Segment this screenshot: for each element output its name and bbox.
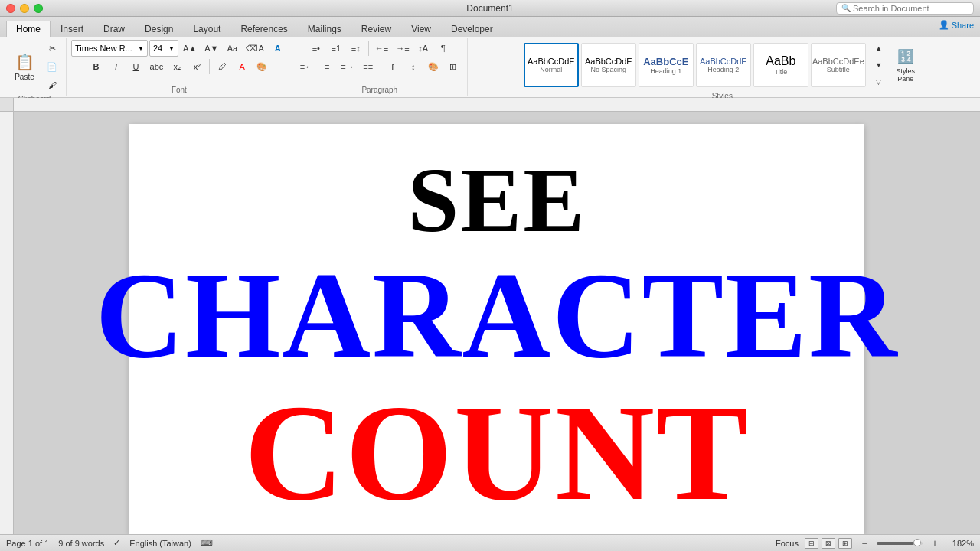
language: English (Taiwan) bbox=[129, 539, 191, 548]
borders-button[interactable]: ⊞ bbox=[444, 58, 462, 75]
view-web-button[interactable]: ⊞ bbox=[838, 538, 852, 549]
tab-draw[interactable]: Draw bbox=[93, 20, 135, 37]
view-normal-button[interactable]: ⊟ bbox=[805, 538, 818, 549]
dropdown-icon: ▼ bbox=[168, 45, 175, 52]
word-count: 9 of 9 words bbox=[58, 539, 104, 548]
superscript-button[interactable]: x² bbox=[188, 58, 206, 75]
zoom-slider-fill bbox=[877, 542, 914, 545]
vertical-ruler bbox=[0, 112, 14, 534]
separator bbox=[209, 59, 210, 74]
subscript-button[interactable]: x₂ bbox=[168, 58, 186, 75]
format-painter-button[interactable]: 🖌 bbox=[43, 77, 61, 93]
align-center-button[interactable]: ≡ bbox=[318, 58, 336, 75]
styles-pane-icon: 🔢 bbox=[897, 48, 914, 65]
status-bar-right: Focus ⊟ ⊠ ⊞ − + 182% bbox=[776, 538, 974, 549]
tab-home[interactable]: Home bbox=[6, 21, 51, 37]
style-subtitle[interactable]: AaBbCcDdEe Subtitle bbox=[811, 43, 866, 87]
font-size-selector[interactable]: 24 ▼ bbox=[149, 40, 178, 57]
tab-view[interactable]: View bbox=[401, 20, 441, 37]
styles-scroll-up[interactable]: ▲ bbox=[870, 40, 888, 57]
style-heading2[interactable]: AaBbCcDdE Heading 2 bbox=[696, 43, 751, 87]
tab-design[interactable]: Design bbox=[135, 20, 183, 37]
decrease-indent-button[interactable]: ←≡ bbox=[372, 40, 391, 57]
paragraph-group: ≡• ≡1 ≡↕ ←≡ →≡ ↕A ¶ ≡← ≡ ≡→ ≡≡ ⫿ ↕ 🎨 ⊞ P… bbox=[292, 38, 468, 96]
increase-indent-button[interactable]: →≡ bbox=[393, 40, 412, 57]
clipboard-row: 📋 Paste ✂ 📄 🖌 bbox=[8, 40, 61, 93]
align-right-button[interactable]: ≡→ bbox=[338, 58, 357, 75]
track-changes-icon: ✓ bbox=[113, 538, 120, 548]
dropdown-icon: ▼ bbox=[138, 45, 144, 52]
ruler bbox=[0, 98, 980, 112]
zoom-slider-thumb bbox=[913, 539, 921, 546]
document-scroll[interactable]: SEE CHARACTER COUNT bbox=[14, 112, 980, 534]
tab-insert[interactable]: Insert bbox=[51, 20, 93, 37]
increase-font-button[interactable]: A▲ bbox=[180, 40, 200, 57]
cut-button[interactable]: ✂ bbox=[43, 40, 61, 57]
styles-scroll-down[interactable]: ▼ bbox=[870, 57, 888, 73]
highlight-color-button[interactable]: 🖊 bbox=[213, 58, 231, 75]
styles-expand[interactable]: ▽ bbox=[870, 73, 888, 90]
bold-button[interactable]: B bbox=[87, 58, 106, 75]
text-count: COUNT bbox=[244, 384, 750, 522]
style-heading1[interactable]: AaBbCcE Heading 1 bbox=[639, 43, 694, 87]
focus-label[interactable]: Focus bbox=[776, 539, 799, 548]
style-normal[interactable]: AaBbCcDdE Normal bbox=[524, 43, 579, 87]
numbering-button[interactable]: ≡1 bbox=[327, 40, 345, 57]
ribbon-content: 📋 Paste ✂ 📄 🖌 Clipboard Times New R... ▼… bbox=[0, 37, 980, 98]
italic-button[interactable]: I bbox=[107, 58, 126, 75]
align-left-button[interactable]: ≡← bbox=[297, 58, 316, 75]
zoom-in-button[interactable]: + bbox=[926, 538, 944, 549]
multilevel-list-button[interactable]: ≡↕ bbox=[347, 40, 365, 57]
minimize-button[interactable] bbox=[20, 4, 29, 13]
style-title[interactable]: AaBb Title bbox=[753, 43, 808, 87]
styles-pane-button[interactable]: 🔢 Styles Pane bbox=[890, 43, 921, 87]
status-bar: Page 1 of 1 9 of 9 words ✓ English (Taiw… bbox=[0, 534, 980, 551]
sort-button[interactable]: ↕A bbox=[414, 40, 433, 57]
decrease-font-button[interactable]: A▼ bbox=[201, 40, 221, 57]
tab-layout[interactable]: Layout bbox=[183, 20, 230, 37]
change-case-button[interactable]: Aa bbox=[223, 40, 241, 57]
tab-mailings[interactable]: Mailings bbox=[298, 20, 351, 37]
font-color-button[interactable]: A bbox=[233, 58, 251, 75]
bullets-button[interactable]: ≡• bbox=[307, 40, 325, 57]
underline-button[interactable]: U bbox=[127, 58, 145, 75]
window-title: Document1 bbox=[466, 3, 513, 14]
tab-review[interactable]: Review bbox=[351, 20, 401, 37]
zoom-slider[interactable] bbox=[877, 542, 923, 545]
search-bar[interactable]: 🔍 bbox=[836, 2, 974, 15]
font-group: Times New R... ▼ 24 ▼ A▲ A▼ Aa ⌫A A B I … bbox=[67, 38, 292, 96]
clipboard-options: ✂ 📄 🖌 bbox=[43, 40, 61, 93]
zoom-level[interactable]: 182% bbox=[947, 539, 974, 548]
close-button[interactable] bbox=[6, 4, 15, 13]
font-family-selector[interactable]: Times New R... ▼ bbox=[71, 40, 148, 57]
shading-button[interactable]: 🎨 bbox=[253, 58, 271, 75]
paste-icon: 📋 bbox=[15, 53, 34, 71]
separator bbox=[381, 59, 381, 74]
search-input[interactable] bbox=[853, 4, 969, 13]
font-row1: Times New R... ▼ 24 ▼ A▲ A▼ Aa ⌫A A bbox=[71, 40, 287, 57]
share-icon: 👤 bbox=[939, 20, 949, 30]
tab-references[interactable]: References bbox=[230, 20, 297, 37]
style-no-spacing[interactable]: AaBbCcDdE No Spacing bbox=[581, 43, 636, 87]
window-controls bbox=[6, 4, 43, 13]
maximize-button[interactable] bbox=[34, 4, 43, 13]
clipboard-group: 📋 Paste ✂ 📄 🖌 Clipboard bbox=[3, 38, 67, 96]
line-spacing-button[interactable]: ↕ bbox=[404, 58, 423, 75]
tab-developer[interactable]: Developer bbox=[441, 20, 503, 37]
font-label: Font bbox=[172, 84, 187, 94]
ribbon-tabs: Home Insert Draw Design Layout Reference… bbox=[0, 17, 980, 37]
strikethrough-button[interactable]: abc bbox=[147, 58, 167, 75]
justify-button[interactable]: ≡≡ bbox=[359, 58, 377, 75]
share-button[interactable]: 👤 Share bbox=[939, 20, 974, 30]
view-layout-button[interactable]: ⊠ bbox=[822, 538, 835, 549]
zoom-out-button[interactable]: − bbox=[855, 538, 874, 549]
columns-button[interactable]: ⫿ bbox=[384, 58, 403, 75]
text-effects-button[interactable]: A bbox=[269, 40, 287, 57]
clear-formatting-button[interactable]: ⌫A bbox=[243, 40, 266, 57]
show-marks-button[interactable]: ¶ bbox=[434, 40, 452, 57]
paste-button[interactable]: 📋 Paste bbox=[8, 44, 41, 90]
copy-button[interactable]: 📄 bbox=[43, 58, 61, 75]
shading-para-button[interactable]: 🎨 bbox=[424, 58, 443, 75]
separator bbox=[368, 41, 369, 56]
search-icon: 🔍 bbox=[841, 4, 851, 12]
